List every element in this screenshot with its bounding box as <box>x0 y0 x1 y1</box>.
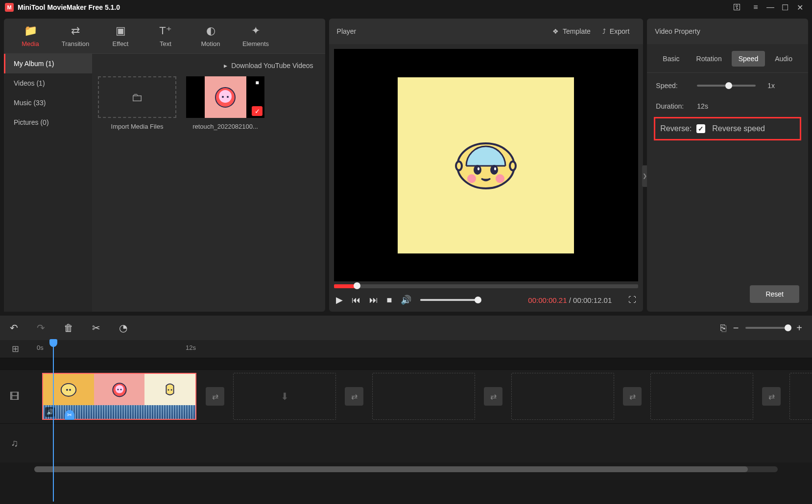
speed-slider[interactable] <box>697 85 756 87</box>
effect-icon: ▣ <box>116 24 126 37</box>
minimize-button[interactable]: — <box>763 0 778 15</box>
speed-tool-button[interactable]: ◔ <box>119 322 127 334</box>
empty-clip-slot[interactable]: ⬇ <box>233 373 336 420</box>
transition-slot[interactable]: ⇄ <box>345 387 363 406</box>
export-button[interactable]: ⤴ Export <box>597 27 635 35</box>
collapse-handle[interactable]: ❯ <box>642 165 647 187</box>
zoom-out-button[interactable]: − <box>733 322 739 334</box>
track-spacer <box>0 358 812 369</box>
playhead[interactable] <box>53 340 54 502</box>
svg-point-8 <box>490 165 498 175</box>
reverse-checkbox[interactable]: ✓ <box>696 124 705 133</box>
zoom-in-button[interactable]: + <box>796 322 802 334</box>
clip-split-icon[interactable]: ✂ <box>65 410 74 420</box>
transition-slot[interactable]: ⇄ <box>206 387 224 406</box>
speed-value: 1x <box>767 82 775 90</box>
template-button[interactable]: ❖ Template <box>547 27 597 35</box>
time-display: 00:00:00.21 / 00:00:12.01 <box>528 296 612 304</box>
svg-point-5 <box>456 161 462 170</box>
tab-text[interactable]: T⁺ Text <box>143 24 188 47</box>
zoom-slider[interactable] <box>745 327 789 329</box>
sidebar-item-pictures[interactable]: Pictures (0) <box>4 113 92 132</box>
export-icon: ⤴ <box>602 27 606 35</box>
tab-media[interactable]: 📁 Media <box>8 24 53 47</box>
tab-motion[interactable]: ◐ Motion <box>188 24 233 47</box>
media-clip-tile[interactable]: ■ ✓ retouch_2022082100... <box>186 76 264 130</box>
import-media-tile[interactable]: 🗀 Import Media Files <box>98 76 176 130</box>
timeline-clip[interactable]: 🔊 ✂ <box>42 373 196 420</box>
undo-button[interactable]: ↶ <box>10 322 18 334</box>
media-clip-label: retouch_2022082100... <box>192 123 258 130</box>
svg-point-13 <box>61 384 76 396</box>
prop-tab-basic[interactable]: Basic <box>656 51 686 67</box>
timeline-ruler[interactable]: ⊞ 0s 12s <box>0 340 812 358</box>
svg-point-3 <box>227 96 229 98</box>
key-icon[interactable]: ⚿ <box>730 0 744 15</box>
tab-effect-label: Effect <box>112 40 128 47</box>
youtube-icon: ▸ <box>224 62 227 69</box>
svg-point-1 <box>219 90 232 103</box>
reverse-check-label: Reverse speed <box>712 124 765 133</box>
stop-button[interactable]: ■ <box>387 295 392 305</box>
play-button[interactable]: ▶ <box>336 295 343 305</box>
sidebar-item-videos[interactable]: Videos (1) <box>4 73 92 93</box>
prop-tab-speed[interactable]: Speed <box>732 51 765 67</box>
tab-effect[interactable]: ▣ Effect <box>98 24 143 47</box>
add-track-icon[interactable]: ⊞ <box>12 344 19 354</box>
redo-button[interactable]: ↷ <box>37 322 45 334</box>
main-tabs: 📁 Media ⇄ Transition ▣ Effect T⁺ Text ◐ … <box>4 19 325 54</box>
clip-thumb-icon <box>213 85 238 110</box>
svg-point-6 <box>510 161 516 170</box>
tab-elements[interactable]: ✦ Elements <box>233 24 278 47</box>
split-button[interactable]: ✂ <box>92 322 100 334</box>
app-title: MiniTool MovieMaker Free 5.1.0 <box>18 3 120 11</box>
svg-point-2 <box>222 96 224 98</box>
audio-track-icon: ♫ <box>0 437 29 449</box>
transition-slot[interactable]: ⇄ <box>484 387 502 406</box>
elements-icon: ✦ <box>251 24 260 37</box>
media-content: ▸ Download YouTube Videos 🗀 Import Media… <box>92 54 325 312</box>
app-logo-icon: M <box>5 3 14 12</box>
svg-point-7 <box>474 165 481 175</box>
transition-slot[interactable]: ⇄ <box>623 387 642 406</box>
prop-tab-rotation[interactable]: Rotation <box>690 51 729 67</box>
reset-button[interactable]: Reset <box>750 285 799 303</box>
delete-button[interactable]: 🗑 <box>64 322 73 334</box>
empty-clip-slot[interactable] <box>650 373 753 420</box>
close-button[interactable]: ✕ <box>792 0 807 15</box>
fullscreen-button[interactable]: ⛶ <box>628 296 636 304</box>
video-badge-icon: ■ <box>252 78 263 87</box>
download-youtube-link[interactable]: Download YouTube Videos <box>231 62 313 69</box>
svg-point-14 <box>66 389 68 391</box>
time-current: 00:00:00.21 <box>528 296 567 304</box>
timeline-scrollbar[interactable] <box>34 466 778 472</box>
video-track-icon: 🎞 <box>0 391 29 402</box>
empty-clip-slot[interactable] <box>511 373 614 420</box>
player-progress[interactable] <box>334 284 639 288</box>
svg-point-11 <box>467 174 476 183</box>
svg-point-15 <box>69 389 71 391</box>
timeline-section: ↶ ↷ 🗑 ✂ ◔ ⎘ − + ⊞ 0s 12s 🎞 <box>0 316 812 504</box>
reverse-highlight-box: Reverse: ✓ Reverse speed <box>654 117 801 140</box>
fit-button[interactable]: ⎘ <box>720 322 726 334</box>
volume-slider[interactable] <box>420 299 479 301</box>
prop-tab-audio[interactable]: Audio <box>768 51 799 67</box>
transition-slot[interactable]: ⇄ <box>762 387 781 406</box>
template-icon: ❖ <box>552 27 559 35</box>
folder-add-icon: 🗀 <box>131 91 143 104</box>
transition-icon: ⇄ <box>71 24 80 37</box>
sidebar-item-myalbum[interactable]: My Album (1) <box>4 54 92 73</box>
menu-icon[interactable]: ≡ <box>748 0 763 15</box>
next-frame-button[interactable]: ⏭ <box>369 295 378 305</box>
tab-transition[interactable]: ⇄ Transition <box>53 24 98 47</box>
folder-icon: 📁 <box>24 24 37 37</box>
player-panel: Player ❖ Template ⤴ Export <box>329 19 644 312</box>
empty-clip-slot[interactable] <box>372 373 475 420</box>
volume-icon[interactable]: 🔊 <box>401 295 411 305</box>
player-title: Player <box>337 27 357 35</box>
prev-frame-button[interactable]: ⏮ <box>352 295 360 305</box>
duration-label: Duration: <box>656 102 690 110</box>
maximize-button[interactable]: ☐ <box>778 0 792 15</box>
sidebar-item-music[interactable]: Music (33) <box>4 93 92 113</box>
empty-clip-slot[interactable] <box>789 373 812 420</box>
